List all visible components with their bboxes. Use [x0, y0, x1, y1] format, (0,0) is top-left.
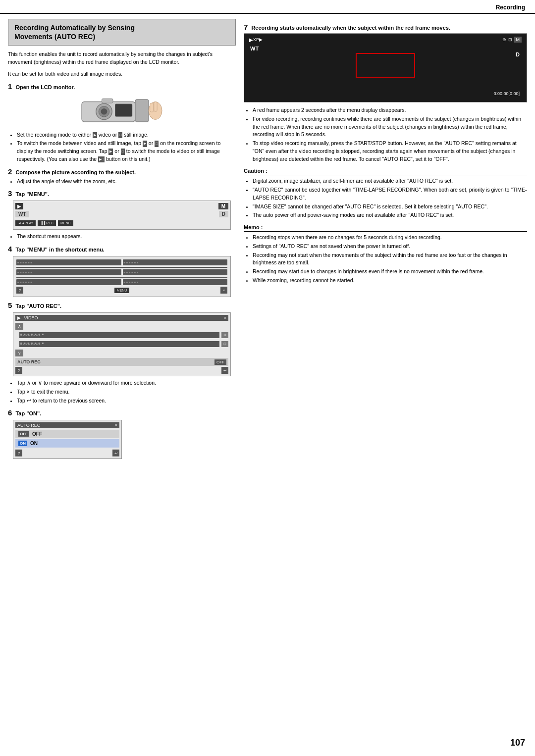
rec-button[interactable]: ▐▐ REC	[38, 220, 56, 226]
svg-rect-5	[135, 100, 149, 122]
memo-item-4: Recording may start due to changes in br…	[253, 268, 527, 276]
right-column: 7 Recording starts automatically when th…	[244, 19, 527, 462]
caution-item-1: Digital zoom, image stabilizer, and self…	[253, 177, 527, 185]
step3-menu-screen: ▶ M WT D ◄◄PLAY ▐▐ REC MENU	[13, 201, 231, 230]
autorec-selection-screen: AUTO REC × OFF OFF ON ON ? ↩	[13, 420, 122, 459]
video-menu-screen: ▶ VIDEO × ∧ ■ ■ ■ ■ ■ ■ ■ ⚙	[13, 312, 231, 376]
step7-bullets: A red frame appears 2 seconds after the …	[253, 106, 527, 163]
screen-icon-cam: ▶	[249, 37, 253, 43]
caution-item-3: "IMAGE SIZE" cannot be changed after "AU…	[253, 203, 527, 211]
step7-bullet-3: To stop video recording manually, press …	[253, 140, 527, 163]
help-icon[interactable]: ?	[16, 287, 23, 294]
video-menu-title: ▶ VIDEO	[17, 315, 38, 320]
auto-rec-label: AUTO REC	[17, 359, 213, 364]
caution-item-4: The auto power off and power-saving mode…	[253, 211, 527, 219]
step1-bullet-1: Set the recording mode to either ▶ video…	[17, 131, 236, 139]
red-frame	[356, 53, 415, 78]
screen-inner: ▶ XP ▶ ⊕ ⊡ M WT D 0:00:00[0:00]	[247, 37, 524, 99]
step2-bullets: Adjust the angle of view with the zoom, …	[17, 178, 236, 186]
screen-timecode: 0:00:00[0:00]	[493, 91, 520, 96]
vm-back-icon[interactable]: ↩	[221, 367, 228, 374]
autorec-on-text: ON	[30, 441, 38, 446]
memo-item-1: Recording stops when there are no change…	[253, 234, 527, 242]
caution-item-2: "AUTO REC" cannot be used together with …	[253, 186, 527, 202]
step7-bullet-2: For video recording, recording continues…	[253, 115, 527, 139]
screen-icon-m: M	[514, 37, 522, 43]
autorec-off-badge: OFF	[18, 431, 29, 437]
page-header: Recording	[0, 0, 535, 14]
step5-label: 5 Tap "AUTO REC".	[8, 301, 236, 309]
step7-bullet-1: A red frame appears 2 seconds after the …	[253, 106, 527, 114]
recording-screen: ▶ XP ▶ ⊕ ⊡ M WT D 0:00:00[0:00]	[244, 33, 527, 102]
step5-bullet-3: Tap ↩ to return to the previous screen.	[17, 397, 236, 405]
memo-item-3: Recording may not start when the movemen…	[253, 252, 527, 267]
memo-header: Memo :	[244, 224, 527, 232]
close-icon[interactable]: ×	[220, 287, 227, 294]
svg-point-3	[101, 108, 107, 115]
step4-label: 4 Tap "MENU" in the shortcut menu.	[8, 245, 236, 253]
screen-icon-bat: ⊡	[508, 37, 512, 42]
step4-menu-screen: ? MENU ×	[13, 256, 231, 297]
step1-bullet-2: To switch the mode between video and sti…	[17, 140, 236, 163]
step3-label: 3 Tap "MENU".	[8, 189, 236, 198]
step2-label: 2 Compose the picture according to the s…	[8, 167, 236, 176]
intro-text-2: It can be set for both video and still i…	[8, 70, 236, 78]
svg-rect-4	[102, 99, 113, 103]
screen-icon-xp: XP	[253, 37, 259, 42]
screen-icon-rec: ▶	[259, 37, 263, 42]
menu-btn-2[interactable]: MENU	[114, 288, 130, 293]
autorec-back-icon[interactable]: ↩	[112, 450, 119, 456]
page-number: 107	[510, 738, 525, 748]
autorec-on-badge: ON	[18, 441, 27, 446]
screen-top-row: ▶ XP ▶ ⊕ ⊡ M	[247, 37, 524, 43]
vm-setting-1[interactable]: ⚙	[221, 332, 228, 338]
video-menu-close[interactable]: ×	[224, 315, 226, 320]
camera-svg	[77, 95, 166, 127]
step1-label: 1 Open the LCD monitor.	[8, 82, 236, 91]
menu-button[interactable]: MENU	[58, 220, 73, 226]
camera-image	[18, 94, 226, 128]
header-title: Recording	[496, 4, 525, 11]
svg-rect-6	[115, 104, 132, 116]
autorec-off-option[interactable]: OFF OFF	[15, 430, 119, 438]
step7-label: 7 Recording starts automatically when th…	[244, 23, 527, 31]
autorec-off-text: OFF	[32, 431, 42, 437]
caution-list: Digital zoom, image stabilizer, and self…	[253, 177, 527, 219]
play-button[interactable]: ◄◄PLAY	[15, 220, 36, 226]
screen-icon-mic: ⊕	[502, 37, 506, 42]
left-column: Recording Automatically by Sensing Movem…	[8, 19, 236, 462]
memo-list: Recording stops when there are no change…	[253, 234, 527, 285]
autorec-screen-close[interactable]: ×	[115, 423, 117, 428]
memo-item-5: While zooming, recording cannot be start…	[253, 277, 527, 285]
scroll-up-arrow[interactable]: ∧	[15, 323, 23, 330]
scroll-down-arrow[interactable]: ∨	[15, 350, 23, 356]
step5-bullet-1: Tap ∧ or ∨ to move upward or downward fo…	[17, 379, 236, 387]
svg-rect-8	[150, 103, 154, 112]
svg-rect-9	[154, 102, 157, 112]
section-title: Recording Automatically by Sensing Movem…	[14, 23, 229, 41]
auto-rec-value[interactable]: OFF	[214, 359, 226, 365]
vm-setting-2[interactable]: ⊡	[221, 341, 228, 347]
autorec-help-icon[interactable]: ?	[15, 450, 22, 456]
screen-wt-label: WT	[250, 46, 524, 51]
section-title-box: Recording Automatically by Sensing Movem…	[8, 19, 236, 46]
step6-label: 6 Tap "ON".	[8, 408, 236, 417]
step5-bullet-2: Tap × to exit the menu.	[17, 388, 236, 396]
memo-item-2: Settings of "AUTO REC" are not saved whe…	[253, 243, 527, 251]
step5-bullets: Tap ∧ or ∨ to move upward or downward fo…	[17, 379, 236, 404]
step3-bullets: The shortcut menu appears.	[17, 233, 236, 241]
step1-bullets: Set the recording mode to either ▶ video…	[17, 131, 236, 163]
screen-d-label: D	[516, 51, 520, 57]
step3-bullet-1: The shortcut menu appears.	[17, 233, 236, 241]
step2-bullet-1: Adjust the angle of view with the zoom, …	[17, 178, 236, 186]
vm-help-icon[interactable]: ?	[15, 367, 22, 374]
autorec-screen-title: AUTO REC	[17, 423, 40, 428]
autorec-on-option[interactable]: ON ON	[15, 439, 119, 448]
intro-text-1: This function enables the unit to record…	[8, 50, 236, 66]
caution-header: Caution :	[244, 168, 527, 175]
